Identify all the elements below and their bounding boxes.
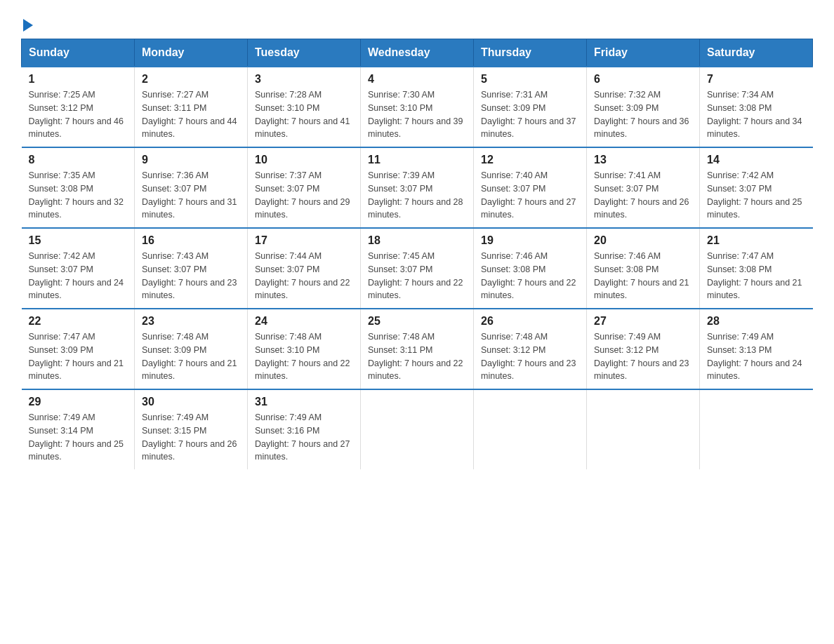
day-header-monday: Monday xyxy=(135,39,248,67)
day-info: Sunrise: 7:35 AMSunset: 3:08 PMDaylight:… xyxy=(29,169,128,222)
day-number: 22 xyxy=(29,315,128,328)
day-number: 11 xyxy=(368,154,466,166)
day-number: 19 xyxy=(481,234,579,247)
day-number: 12 xyxy=(481,154,579,166)
calendar-day-cell: 10Sunrise: 7:37 AMSunset: 3:07 PMDayligh… xyxy=(248,147,361,228)
calendar-day-cell: 26Sunrise: 7:48 AMSunset: 3:12 PMDayligh… xyxy=(474,309,587,389)
day-number: 18 xyxy=(368,234,466,247)
day-number: 6 xyxy=(594,73,692,86)
day-number: 20 xyxy=(594,234,692,247)
calendar-day-cell: 2Sunrise: 7:27 AMSunset: 3:11 PMDaylight… xyxy=(135,67,248,147)
day-header-wednesday: Wednesday xyxy=(361,39,474,67)
calendar-table: SundayMondayTuesdayWednesdayThursdayFrid… xyxy=(21,39,813,469)
day-info: Sunrise: 7:49 AMSunset: 3:12 PMDaylight:… xyxy=(594,330,692,383)
day-info: Sunrise: 7:42 AMSunset: 3:07 PMDaylight:… xyxy=(707,169,806,222)
day-info: Sunrise: 7:48 AMSunset: 3:12 PMDaylight:… xyxy=(481,330,579,383)
day-info: Sunrise: 7:42 AMSunset: 3:07 PMDaylight:… xyxy=(29,250,128,302)
calendar-day-cell: 14Sunrise: 7:42 AMSunset: 3:07 PMDayligh… xyxy=(700,147,813,228)
day-info: Sunrise: 7:48 AMSunset: 3:11 PMDaylight:… xyxy=(368,330,466,383)
day-number: 30 xyxy=(142,396,240,408)
day-info: Sunrise: 7:32 AMSunset: 3:09 PMDaylight:… xyxy=(594,88,692,141)
day-info: Sunrise: 7:30 AMSunset: 3:10 PMDaylight:… xyxy=(368,88,466,141)
day-number: 2 xyxy=(142,73,240,86)
day-info: Sunrise: 7:37 AMSunset: 3:07 PMDaylight:… xyxy=(255,169,353,222)
day-number: 27 xyxy=(594,315,692,328)
calendar-day-cell: 16Sunrise: 7:43 AMSunset: 3:07 PMDayligh… xyxy=(135,228,248,309)
calendar-day-cell: 25Sunrise: 7:48 AMSunset: 3:11 PMDayligh… xyxy=(361,309,474,389)
calendar-day-cell: 3Sunrise: 7:28 AMSunset: 3:10 PMDaylight… xyxy=(248,67,361,147)
calendar-day-cell: 9Sunrise: 7:36 AMSunset: 3:07 PMDaylight… xyxy=(135,147,248,228)
day-header-friday: Friday xyxy=(587,39,700,67)
calendar-day-cell: 19Sunrise: 7:46 AMSunset: 3:08 PMDayligh… xyxy=(474,228,587,309)
calendar-day-cell: 31Sunrise: 7:49 AMSunset: 3:16 PMDayligh… xyxy=(248,389,361,469)
calendar-empty-cell xyxy=(361,389,474,469)
calendar-week-row: 22Sunrise: 7:47 AMSunset: 3:09 PMDayligh… xyxy=(22,309,813,389)
day-info: Sunrise: 7:34 AMSunset: 3:08 PMDaylight:… xyxy=(707,88,806,141)
day-number: 15 xyxy=(29,234,128,247)
calendar-day-cell: 4Sunrise: 7:30 AMSunset: 3:10 PMDaylight… xyxy=(361,67,474,147)
calendar-day-cell: 28Sunrise: 7:49 AMSunset: 3:13 PMDayligh… xyxy=(700,309,813,389)
calendar-day-cell: 15Sunrise: 7:42 AMSunset: 3:07 PMDayligh… xyxy=(22,228,135,309)
day-info: Sunrise: 7:41 AMSunset: 3:07 PMDaylight:… xyxy=(594,169,692,222)
calendar-day-cell: 27Sunrise: 7:49 AMSunset: 3:12 PMDayligh… xyxy=(587,309,700,389)
calendar-day-cell: 12Sunrise: 7:40 AMSunset: 3:07 PMDayligh… xyxy=(474,147,587,228)
calendar-day-cell: 5Sunrise: 7:31 AMSunset: 3:09 PMDaylight… xyxy=(474,67,587,147)
calendar-day-cell: 23Sunrise: 7:48 AMSunset: 3:09 PMDayligh… xyxy=(135,309,248,389)
calendar-day-cell: 24Sunrise: 7:48 AMSunset: 3:10 PMDayligh… xyxy=(248,309,361,389)
calendar-empty-cell xyxy=(700,389,813,469)
day-info: Sunrise: 7:45 AMSunset: 3:07 PMDaylight:… xyxy=(368,250,466,302)
day-number: 7 xyxy=(707,73,806,86)
day-info: Sunrise: 7:46 AMSunset: 3:08 PMDaylight:… xyxy=(481,250,579,302)
day-number: 16 xyxy=(142,234,240,247)
day-info: Sunrise: 7:44 AMSunset: 3:07 PMDaylight:… xyxy=(255,250,353,302)
day-header-thursday: Thursday xyxy=(474,39,587,67)
calendar-day-cell: 21Sunrise: 7:47 AMSunset: 3:08 PMDayligh… xyxy=(700,228,813,309)
day-info: Sunrise: 7:48 AMSunset: 3:10 PMDaylight:… xyxy=(255,330,353,383)
day-number: 5 xyxy=(481,73,579,86)
calendar-day-cell: 7Sunrise: 7:34 AMSunset: 3:08 PMDaylight… xyxy=(700,67,813,147)
logo xyxy=(21,18,33,32)
calendar-day-cell: 8Sunrise: 7:35 AMSunset: 3:08 PMDaylight… xyxy=(22,147,135,228)
day-number: 23 xyxy=(142,315,240,328)
day-info: Sunrise: 7:47 AMSunset: 3:08 PMDaylight:… xyxy=(707,250,806,302)
day-number: 25 xyxy=(368,315,466,328)
day-info: Sunrise: 7:46 AMSunset: 3:08 PMDaylight:… xyxy=(594,250,692,302)
day-number: 10 xyxy=(255,154,353,166)
calendar-day-cell: 13Sunrise: 7:41 AMSunset: 3:07 PMDayligh… xyxy=(587,147,700,228)
calendar-empty-cell xyxy=(474,389,587,469)
calendar-day-cell: 1Sunrise: 7:25 AMSunset: 3:12 PMDaylight… xyxy=(22,67,135,147)
calendar-day-cell: 30Sunrise: 7:49 AMSunset: 3:15 PMDayligh… xyxy=(135,389,248,469)
day-number: 24 xyxy=(255,315,353,328)
day-number: 28 xyxy=(707,315,806,328)
day-header-sunday: Sunday xyxy=(22,39,135,67)
day-number: 31 xyxy=(255,396,353,408)
day-info: Sunrise: 7:43 AMSunset: 3:07 PMDaylight:… xyxy=(142,250,240,302)
day-info: Sunrise: 7:28 AMSunset: 3:10 PMDaylight:… xyxy=(255,88,353,141)
logo-triangle-icon xyxy=(23,19,33,32)
day-number: 13 xyxy=(594,154,692,166)
day-info: Sunrise: 7:49 AMSunset: 3:15 PMDaylight:… xyxy=(142,411,240,464)
calendar-week-row: 15Sunrise: 7:42 AMSunset: 3:07 PMDayligh… xyxy=(22,228,813,309)
day-number: 14 xyxy=(707,154,806,166)
day-info: Sunrise: 7:49 AMSunset: 3:13 PMDaylight:… xyxy=(707,330,806,383)
day-number: 29 xyxy=(29,396,128,408)
day-info: Sunrise: 7:40 AMSunset: 3:07 PMDaylight:… xyxy=(481,169,579,222)
page-header xyxy=(21,14,813,32)
calendar-day-cell: 11Sunrise: 7:39 AMSunset: 3:07 PMDayligh… xyxy=(361,147,474,228)
calendar-day-cell: 18Sunrise: 7:45 AMSunset: 3:07 PMDayligh… xyxy=(361,228,474,309)
day-number: 1 xyxy=(29,73,128,86)
calendar-day-cell: 29Sunrise: 7:49 AMSunset: 3:14 PMDayligh… xyxy=(22,389,135,469)
day-info: Sunrise: 7:36 AMSunset: 3:07 PMDaylight:… xyxy=(142,169,240,222)
day-number: 9 xyxy=(142,154,240,166)
day-number: 26 xyxy=(481,315,579,328)
day-header-tuesday: Tuesday xyxy=(248,39,361,67)
calendar-day-cell: 6Sunrise: 7:32 AMSunset: 3:09 PMDaylight… xyxy=(587,67,700,147)
day-info: Sunrise: 7:31 AMSunset: 3:09 PMDaylight:… xyxy=(481,88,579,141)
calendar-day-cell: 22Sunrise: 7:47 AMSunset: 3:09 PMDayligh… xyxy=(22,309,135,389)
day-number: 17 xyxy=(255,234,353,247)
calendar-week-row: 29Sunrise: 7:49 AMSunset: 3:14 PMDayligh… xyxy=(22,389,813,469)
day-number: 21 xyxy=(707,234,806,247)
calendar-empty-cell xyxy=(587,389,700,469)
day-info: Sunrise: 7:48 AMSunset: 3:09 PMDaylight:… xyxy=(142,330,240,383)
day-info: Sunrise: 7:49 AMSunset: 3:14 PMDaylight:… xyxy=(29,411,128,464)
